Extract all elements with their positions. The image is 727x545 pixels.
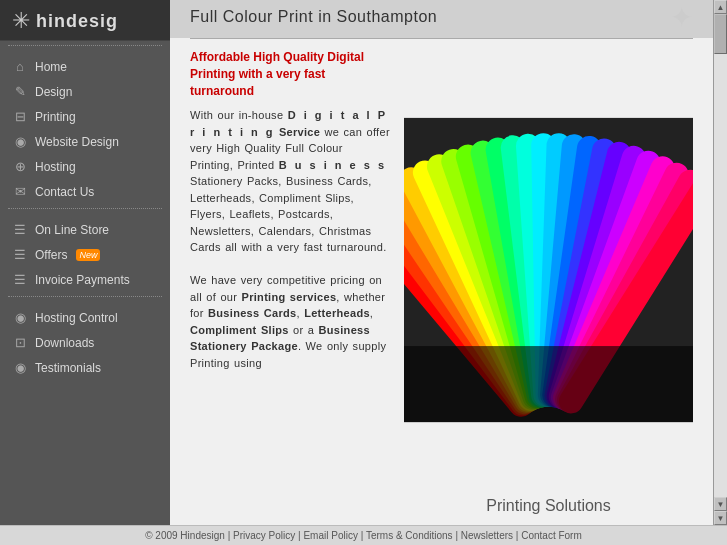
- footer-link-privacy[interactable]: Privacy Policy: [233, 530, 295, 541]
- testimonials-icon: ◉: [12, 360, 28, 375]
- home-icon: ⌂: [12, 59, 28, 74]
- design-icon: ✎: [12, 84, 28, 99]
- header-star-icon: ✦: [670, 4, 693, 32]
- sidebar-store-nav: ☰ On Line Store ☰ Offers New ☰ Invoice P…: [0, 217, 170, 292]
- scrollbar[interactable]: ▲ ▼ ▼: [713, 0, 727, 525]
- sidebar-item-invoice-payments-label: Invoice Payments: [35, 273, 130, 287]
- print-icon: ⊟: [12, 109, 28, 124]
- invoice-icon: ☰: [12, 272, 28, 287]
- scrollbar-thumb[interactable]: [714, 14, 727, 54]
- sidebar-item-offers-label: Offers: [35, 248, 67, 262]
- sidebar-item-contact-us[interactable]: ✉ Contact Us: [0, 179, 170, 204]
- image-caption: Printing Solutions: [486, 497, 611, 515]
- sidebar-item-home-label: Home: [35, 60, 67, 74]
- main-layout: ✳ hindesig ⌂ Home ✎ Design ⊟ Printing: [0, 0, 727, 525]
- sidebar-item-testimonials[interactable]: ◉ Testimonials: [0, 355, 170, 380]
- footer-link-terms[interactable]: Terms & Conditions: [366, 530, 453, 541]
- store-icon: ☰: [12, 222, 28, 237]
- logo-text: hindesig: [36, 11, 118, 32]
- footer-link-email[interactable]: Email Policy: [303, 530, 357, 541]
- content-area: Full Colour Print in Southampton ✦ Affor…: [170, 0, 713, 525]
- scroll-up-arrow[interactable]: ▲: [714, 0, 727, 14]
- sidebar-main-nav: ⌂ Home ✎ Design ⊟ Printing ◉ Website Des…: [0, 54, 170, 204]
- svg-rect-26: [404, 346, 693, 422]
- content-image-column: Printing Solutions: [404, 49, 693, 515]
- new-badge: New: [76, 249, 100, 261]
- sidebar-item-contact-us-label: Contact Us: [35, 185, 94, 199]
- sidebar-divider-2: [8, 208, 162, 209]
- sidebar-item-downloads[interactable]: ⊡ Downloads: [0, 330, 170, 355]
- sidebar-item-hosting-control[interactable]: ◉ Hosting Control: [0, 305, 170, 330]
- sidebar-item-downloads-label: Downloads: [35, 336, 94, 350]
- content-text-column: Affordable High Quality Digital Printing…: [190, 49, 390, 515]
- sidebar-divider-1: [8, 45, 162, 46]
- page-title: Full Colour Print in Southampton: [190, 8, 437, 26]
- sidebar-item-website-design-label: Website Design: [35, 135, 119, 149]
- sidebar-item-online-store[interactable]: ☰ On Line Store: [0, 217, 170, 242]
- hosting-icon: ⊕: [12, 159, 28, 174]
- scroll-down-arrow-2[interactable]: ▼: [714, 511, 727, 525]
- content-body: Affordable High Quality Digital Printing…: [170, 39, 713, 525]
- sidebar-item-offers[interactable]: ☰ Offers New: [0, 242, 170, 267]
- sidebar-item-design[interactable]: ✎ Design: [0, 79, 170, 104]
- offers-icon: ☰: [12, 247, 28, 262]
- downloads-icon: ⊡: [12, 335, 28, 350]
- footer-link-contact-form[interactable]: Contact Form: [521, 530, 582, 541]
- sidebar-item-hosting[interactable]: ⊕ Hosting: [0, 154, 170, 179]
- sidebar-item-hosting-control-label: Hosting Control: [35, 311, 118, 325]
- contact-icon: ✉: [12, 184, 28, 199]
- content-headline: Affordable High Quality Digital Printing…: [190, 49, 390, 99]
- logo-star-icon: ✳: [12, 10, 30, 32]
- footer: © 2009 Hindesign | Privacy Policy | Emai…: [0, 525, 727, 545]
- sidebar-item-invoice-payments[interactable]: ☰ Invoice Payments: [0, 267, 170, 292]
- sidebar-item-online-store-label: On Line Store: [35, 223, 109, 237]
- sidebar-item-hosting-label: Hosting: [35, 160, 76, 174]
- sidebar-bottom-nav: ◉ Hosting Control ⊡ Downloads ◉ Testimon…: [0, 305, 170, 380]
- sidebar-item-printing-label: Printing: [35, 110, 76, 124]
- content-body-text-1: With our in-house D i g i t a l P r i n …: [190, 107, 390, 371]
- sidebar-item-design-label: Design: [35, 85, 72, 99]
- sidebar: ✳ hindesig ⌂ Home ✎ Design ⊟ Printing: [0, 0, 170, 525]
- sidebar-divider-3: [8, 296, 162, 297]
- sidebar-item-home[interactable]: ⌂ Home: [0, 54, 170, 79]
- sidebar-item-printing[interactable]: ⊟ Printing: [0, 104, 170, 129]
- page-wrapper: ✳ hindesig ⌂ Home ✎ Design ⊟ Printing: [0, 0, 727, 545]
- content-header: Full Colour Print in Southampton ✦: [170, 0, 713, 38]
- scroll-down-arrow-1[interactable]: ▼: [714, 497, 727, 511]
- website-icon: ◉: [12, 134, 28, 149]
- sidebar-item-website-design[interactable]: ◉ Website Design: [0, 129, 170, 154]
- hosting-control-icon: ◉: [12, 310, 28, 325]
- swatch-image: [404, 49, 693, 491]
- logo-area: ✳ hindesig: [0, 0, 170, 41]
- sidebar-item-testimonials-label: Testimonials: [35, 361, 101, 375]
- scrollbar-track[interactable]: [714, 14, 727, 497]
- footer-copyright: © 2009 Hindesign: [145, 530, 225, 541]
- footer-link-newsletters[interactable]: Newsletters: [461, 530, 513, 541]
